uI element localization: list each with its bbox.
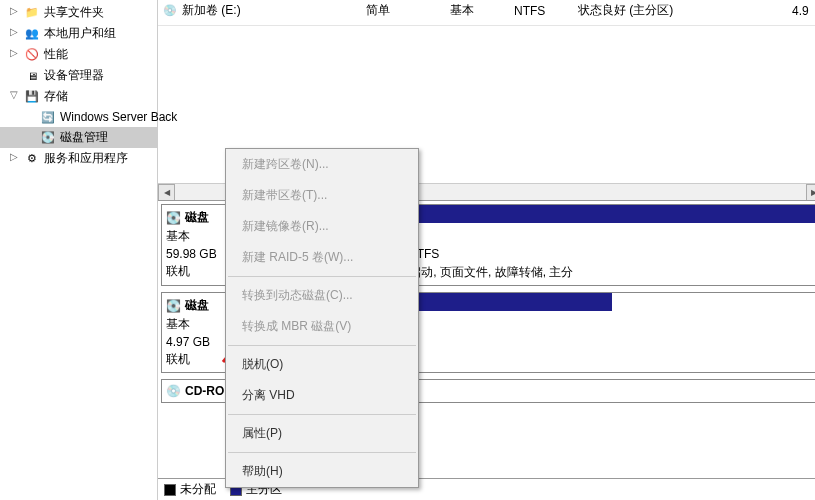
vol-type: 基本 <box>450 2 510 19</box>
volume-icon: 💿 <box>162 3 178 19</box>
menu-item[interactable]: 分离 VHD <box>226 380 418 411</box>
legend-unalloc-swatch <box>164 484 176 496</box>
menu-item[interactable]: 脱机(O) <box>226 349 418 380</box>
legend-unalloc-label: 未分配 <box>180 481 216 498</box>
tree-item-4[interactable]: ▽💾存储 <box>0 86 157 107</box>
disk-icon: 💽 <box>166 299 181 313</box>
tree-label: 设备管理器 <box>44 67 104 84</box>
menu-item: 新建跨区卷(N)... <box>226 149 418 180</box>
tree-icon: 🔄 <box>40 109 56 125</box>
menu-item[interactable]: 帮助(H) <box>226 456 418 487</box>
disk-icon: 💽 <box>166 211 181 225</box>
tree-icon: 👥 <box>24 26 40 42</box>
tree-icon: 🚫 <box>24 47 40 63</box>
vol-layout: 简单 <box>366 2 446 19</box>
tree-label: 存储 <box>44 88 68 105</box>
expand-icon[interactable]: ▷ <box>10 26 18 37</box>
disk-icon: 💿 <box>166 384 181 398</box>
tree-icon: ⚙ <box>24 151 40 167</box>
tree-icon: 🖥 <box>24 68 40 84</box>
tree-label: 本地用户和组 <box>44 25 116 42</box>
tree-item-1[interactable]: ▷👥本地用户和组 <box>0 23 157 44</box>
menu-item[interactable]: 属性(P) <box>226 418 418 449</box>
menu-item: 转换成 MBR 磁盘(V) <box>226 311 418 342</box>
menu-item: 新建带区卷(T)... <box>226 180 418 211</box>
tree-item-0[interactable]: ▷📁共享文件夹 <box>0 2 157 23</box>
tree-item-2[interactable]: ▷🚫性能 <box>0 44 157 65</box>
context-menu: 新建跨区卷(N)...新建带区卷(T)...新建镜像卷(R)...新建 RAID… <box>225 148 419 488</box>
vol-name: 新加卷 (E:) <box>182 2 362 19</box>
tree-icon: 💽 <box>40 130 56 146</box>
scroll-right-button[interactable]: ▶ <box>806 184 815 201</box>
tree-icon: 📁 <box>24 5 40 21</box>
tree-label: 性能 <box>44 46 68 63</box>
tree-icon: 💾 <box>24 89 40 105</box>
vol-status: 状态良好 (主分区) <box>578 2 788 19</box>
expand-icon[interactable]: ▷ <box>10 151 18 162</box>
tree-item-3[interactable]: 🖥设备管理器 <box>0 65 157 86</box>
vol-size: 4.9 <box>792 4 815 18</box>
tree-item-7[interactable]: ▷⚙服务和应用程序 <box>0 148 157 169</box>
scroll-left-button[interactable]: ◀ <box>158 184 175 201</box>
menu-item: 新建镜像卷(R)... <box>226 211 418 242</box>
tree-item-6[interactable]: 💽磁盘管理 <box>0 127 157 148</box>
menu-item: 转换到动态磁盘(C)... <box>226 280 418 311</box>
menu-item: 新建 RAID-5 卷(W)... <box>226 242 418 273</box>
expand-icon[interactable]: ▷ <box>10 47 18 58</box>
disk-title: 磁盘 <box>185 209 209 226</box>
tree-label: 服务和应用程序 <box>44 150 128 167</box>
sidebar: ▷📁共享文件夹▷👥本地用户和组▷🚫性能🖥设备管理器▽💾存储🔄Windows Se… <box>0 0 158 500</box>
expand-icon[interactable]: ▷ <box>10 5 18 16</box>
vol-fs: NTFS <box>514 4 574 18</box>
volume-list: 💿 新加卷 (E:) 简单 基本 NTFS 状态良好 (主分区) 4.9 <box>158 0 815 26</box>
tree-label: 磁盘管理 <box>60 129 108 146</box>
volume-row[interactable]: 💿 新加卷 (E:) 简单 基本 NTFS 状态良好 (主分区) 4.9 <box>158 0 815 21</box>
tree-label: 共享文件夹 <box>44 4 104 21</box>
expand-icon[interactable]: ▽ <box>10 89 18 100</box>
tree-item-5[interactable]: 🔄Windows Server Back <box>0 107 157 127</box>
disk-title: 磁盘 <box>185 297 209 314</box>
